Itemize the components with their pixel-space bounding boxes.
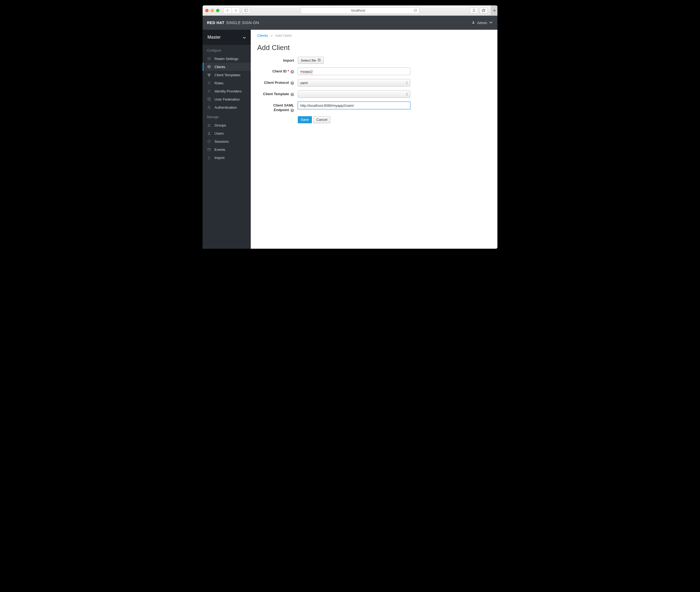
sidebar-item-groups[interactable]: Groups <box>202 121 251 129</box>
breadcrumb: Clients » Add Client <box>257 34 491 38</box>
client-saml-endpoint-input[interactable] <box>298 102 410 109</box>
select-stepper-icon <box>406 81 408 84</box>
browser-window: localhost RED HAT SINGLE SIGN-ON <box>202 5 498 249</box>
share-button[interactable] <box>470 8 478 13</box>
select-value: saml <box>300 81 308 85</box>
svg-rect-3 <box>482 10 484 12</box>
reload-icon[interactable] <box>414 9 417 12</box>
sidebar-item-label: Import <box>215 156 225 160</box>
new-tab-button[interactable] <box>491 5 498 16</box>
label-client-protocol: Client Protocol ? <box>257 79 298 85</box>
back-button[interactable] <box>223 8 232 13</box>
user-icon <box>207 131 211 135</box>
nav-buttons <box>223 7 240 14</box>
chevron-down-icon <box>243 35 246 40</box>
brand-strong: RED HAT <box>207 20 225 25</box>
svg-rect-8 <box>208 107 210 109</box>
sidebar-item-label: Events <box>215 148 225 152</box>
zoom-window-icon[interactable] <box>216 9 219 12</box>
sidebar-item-events[interactable]: Events <box>202 145 251 154</box>
lock-icon <box>207 105 211 109</box>
realm-name: Master <box>207 35 221 40</box>
cubes-icon <box>207 73 211 77</box>
sidebar-item-label: Realm Settings <box>215 57 238 61</box>
svg-rect-13 <box>208 148 211 151</box>
page-title: Add Client <box>257 44 491 52</box>
select-stepper-icon <box>406 93 408 96</box>
sidebar-item-realm-settings[interactable]: Realm Settings <box>202 55 251 63</box>
calendar-icon <box>207 148 211 151</box>
app-header: RED HAT SINGLE SIGN-ON Admin <box>202 16 498 30</box>
users-icon <box>207 123 211 127</box>
cancel-button[interactable]: Cancel <box>314 116 330 123</box>
sidebar-item-sessions[interactable]: Sessions <box>202 137 251 145</box>
sliders-icon <box>207 57 211 60</box>
forward-button[interactable] <box>232 8 240 13</box>
sidebar-toggle-button[interactable] <box>242 8 250 13</box>
svg-point-10 <box>209 125 210 125</box>
address-bar[interactable]: localhost <box>300 7 420 14</box>
help-icon[interactable]: ? <box>290 109 294 112</box>
sidebar-item-label: Authentication <box>215 105 237 109</box>
realm-selector[interactable]: Master <box>202 30 251 45</box>
save-button[interactable]: Save <box>298 116 312 123</box>
window-controls <box>205 9 219 12</box>
sidebar-item-label: Users <box>215 131 224 136</box>
chevron-down-icon <box>489 21 493 25</box>
sidebar-item-label: Sessions <box>215 140 229 144</box>
help-icon[interactable]: ? <box>290 93 294 96</box>
tabs-button[interactable] <box>479 8 488 13</box>
sidebar-item-label: User Federation <box>215 97 240 101</box>
main-content: Clients » Add Client Add Client Import S… <box>251 30 498 249</box>
address-text: localhost <box>303 8 414 12</box>
sidebar-item-label: Identity Providers <box>215 89 241 93</box>
clock-icon <box>207 140 211 143</box>
select-file-button[interactable]: Select file <box>298 57 324 64</box>
sidebar-item-label: Clients <box>215 65 225 69</box>
sidebar-item-label: Roles <box>215 81 223 85</box>
section-manage: Manage <box>202 111 251 121</box>
sidebar-item-authentication[interactable]: Authentication <box>202 103 251 111</box>
client-id-input[interactable]: myapp2 <box>298 67 410 75</box>
sidebar: Master Configure Realm Settings Clients … <box>202 30 251 249</box>
sidebar-item-label: Groups <box>215 123 226 127</box>
browser-titlebar: localhost <box>202 5 498 16</box>
brand: RED HAT SINGLE SIGN-ON <box>207 20 259 25</box>
help-icon[interactable]: ? <box>290 70 294 73</box>
user-menu[interactable]: Admin <box>472 21 493 25</box>
select-file-label: Select file <box>301 58 316 62</box>
import-file-icon <box>318 58 321 62</box>
label-client-id: Client ID * ? <box>257 67 298 74</box>
user-icon <box>472 21 475 25</box>
sidebar-item-users[interactable]: Users <box>202 129 251 137</box>
label-client-template: Client Template ? <box>257 90 298 97</box>
user-label: Admin <box>477 21 487 25</box>
required-marker: * <box>287 69 289 73</box>
label-client-saml-endpoint: Client SAML Endpoint ? <box>257 102 298 112</box>
sidebar-item-identity-providers[interactable]: Identity Providers <box>202 87 251 95</box>
label-import: Import <box>257 57 298 63</box>
brand-light: SINGLE SIGN-ON <box>226 20 259 25</box>
exchange-icon <box>207 89 211 93</box>
sidebar-item-label: Client Templates <box>215 73 240 77</box>
client-template-select[interactable] <box>298 90 410 98</box>
client-protocol-select[interactable]: saml <box>298 79 410 87</box>
sidebar-item-roles[interactable]: Roles <box>202 79 251 87</box>
sidebar-item-user-federation[interactable]: User Federation <box>202 95 251 103</box>
import-icon <box>207 156 211 159</box>
svg-point-5 <box>209 59 209 59</box>
sidebar-item-import[interactable]: Import <box>202 154 251 162</box>
section-configure: Configure <box>202 45 251 55</box>
help-icon[interactable]: ? <box>290 81 294 85</box>
breadcrumb-separator: » <box>271 34 273 38</box>
svg-point-11 <box>208 132 210 133</box>
minimize-window-icon[interactable] <box>211 9 214 12</box>
sidebar-item-client-templates[interactable]: Client Templates <box>202 71 251 79</box>
sidebar-item-clients[interactable]: Clients <box>202 63 251 71</box>
svg-rect-0 <box>244 9 248 12</box>
breadcrumb-root[interactable]: Clients <box>257 34 268 38</box>
svg-point-9 <box>208 124 209 125</box>
list-icon <box>207 81 211 85</box>
cube-icon <box>207 65 211 69</box>
close-window-icon[interactable] <box>205 9 208 12</box>
